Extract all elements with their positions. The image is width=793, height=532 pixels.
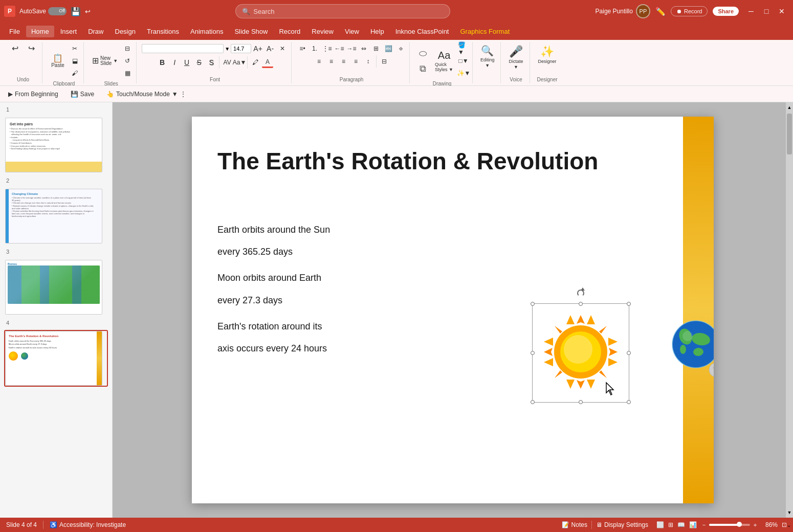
scroll-down-button[interactable]: ▼ (786, 507, 793, 518)
moon-container[interactable] (709, 362, 714, 380)
slide-thumbnail-1[interactable]: Get into pairs • Discuss the cause & eff… (4, 117, 108, 173)
save-icon[interactable]: 💾 (71, 7, 81, 16)
designer-button[interactable]: ✨ Designer (535, 43, 560, 66)
cut-button[interactable]: ✂ (69, 43, 80, 54)
minimize-button[interactable]: ─ (744, 4, 758, 18)
notes-button[interactable]: 📝 Notes (562, 521, 587, 528)
undo-button[interactable]: ↩ (7, 43, 23, 54)
touch-mode-button[interactable]: 👆 Touch/Mouse Mode ▼ ⋮ (102, 89, 190, 99)
menu-file[interactable]: File (4, 26, 25, 37)
line-spacing-button[interactable]: ↕ (363, 56, 374, 67)
redo-button[interactable]: ↪ (24, 43, 39, 54)
accessibility-info[interactable]: ♿ Accessibility: Investigate (50, 521, 126, 528)
zoom-slider[interactable]: － ＋ (701, 521, 758, 529)
char-spacing-button[interactable]: AV (222, 57, 233, 68)
scroll-thumb[interactable] (787, 114, 792, 154)
shape-effects-button[interactable]: ✨▼ (458, 68, 469, 79)
increase-font-button[interactable]: A+ (252, 43, 263, 54)
handle-top-center[interactable] (579, 302, 583, 306)
rotate-handle[interactable] (577, 290, 584, 297)
reading-view-button[interactable]: 📖 (677, 521, 685, 528)
new-slide-button[interactable]: ⊞ NewSlide ▼ (89, 54, 121, 68)
zoom-in-button[interactable]: ＋ (752, 521, 758, 529)
slide-thumbnail-4[interactable]: The Earth's Rotation & Revolution Earth … (4, 330, 108, 387)
copy-button[interactable]: ⬓ (69, 55, 80, 66)
decrease-font-button[interactable]: A- (265, 43, 276, 54)
zoom-thumb[interactable] (737, 522, 742, 527)
arrange-button[interactable]: ⧉ (415, 61, 430, 76)
text-dir-button[interactable]: 🔤 (383, 43, 394, 54)
underline-button[interactable]: U (181, 57, 192, 68)
handle-middle-left[interactable] (531, 351, 535, 355)
section-button[interactable]: ▦ (122, 68, 133, 79)
from-beginning-button[interactable]: ▶ From Beginning (4, 89, 62, 99)
justify-button[interactable]: ≡ (350, 56, 362, 67)
multilevel-button[interactable]: ⋮≡ (321, 43, 333, 54)
canvas-area[interactable]: The Earth's Rotation & Revolution Earth … (113, 102, 793, 518)
smartart-button[interactable]: ⎆ (395, 43, 406, 54)
save-button[interactable]: 💾 Save (67, 89, 98, 99)
handle-middle-right[interactable] (627, 351, 631, 355)
menu-graphics-format[interactable]: Graphics Format (455, 26, 515, 37)
sun-container[interactable] (540, 311, 622, 395)
columns-button[interactable]: ⊟ (379, 56, 390, 67)
handle-bottom-left[interactable] (531, 400, 535, 404)
handle-bottom-right[interactable] (627, 400, 631, 404)
autosave-toggle[interactable] (48, 7, 67, 15)
zoom-out-button[interactable]: － (701, 521, 707, 529)
share-button[interactable]: Share (713, 7, 739, 16)
indent-dec-button[interactable]: ←≡ (334, 43, 345, 54)
rtl-button[interactable]: ⇔ (358, 43, 369, 54)
menu-transitions[interactable]: Transitions (142, 26, 184, 37)
column-button[interactable]: ⊞ (370, 43, 382, 54)
menu-home[interactable]: Home (26, 26, 54, 37)
earth-container[interactable] (670, 319, 714, 372)
slide-title[interactable]: The Earth's Rotation & Revolution (217, 147, 598, 175)
menu-view[interactable]: View (340, 26, 364, 37)
vertical-scrollbar[interactable]: ▲ ▼ (786, 102, 793, 518)
menu-review[interactable]: Review (306, 26, 339, 37)
menu-draw[interactable]: Draw (83, 26, 108, 37)
menu-insert[interactable]: Insert (55, 26, 82, 37)
menu-animations[interactable]: Animations (185, 26, 228, 37)
align-center-button[interactable]: ≡ (326, 56, 337, 67)
bold-button[interactable]: B (157, 57, 168, 68)
maximize-button[interactable]: □ (759, 4, 774, 18)
menu-record[interactable]: Record (274, 26, 305, 37)
display-settings-button[interactable]: 🖥 Display Settings (596, 521, 648, 528)
menu-slideshow[interactable]: Slide Show (229, 26, 273, 37)
menu-design[interactable]: Design (110, 26, 141, 37)
dictate-button[interactable]: 🎤 Dictate ▼ (506, 43, 526, 72)
strikethrough-button[interactable]: S (193, 57, 205, 68)
handle-bottom-center[interactable] (579, 400, 583, 404)
paste-button[interactable]: 📋 Paste (48, 52, 68, 70)
record-button[interactable]: ⏺ Record (671, 6, 708, 16)
presenter-view-button[interactable]: 📊 (689, 521, 697, 528)
reset-button[interactable]: ↺ (122, 55, 133, 66)
align-right-button[interactable]: ≡ (338, 56, 349, 67)
menu-classpoint[interactable]: Inknoe ClassPoint (390, 26, 454, 37)
font-name-input[interactable] (142, 44, 224, 53)
slide-thumbnail-2[interactable]: Changing Climate • Climate is the averag… (4, 188, 108, 245)
text-highlight-button[interactable]: 🖍 (250, 57, 261, 68)
slide-sorter-button[interactable]: ⊞ (668, 521, 673, 528)
shape-fill-button[interactable]: 🪣▼ (458, 43, 469, 54)
layout-button[interactable]: ⊟ (122, 43, 133, 54)
scroll-up-button[interactable]: ▲ (786, 102, 793, 113)
slide-thumbnail-3[interactable]: Biomes (4, 259, 108, 316)
undo-quick-icon[interactable]: ↩ (85, 8, 91, 15)
shadow-button[interactable]: S (206, 57, 217, 68)
quick-styles-button[interactable]: Aa QuickStyles ▼ (432, 48, 456, 74)
close-button[interactable]: ✕ (775, 4, 789, 18)
italic-button[interactable]: I (169, 57, 180, 68)
font-dropdown-icon[interactable]: ▼ (225, 46, 230, 52)
collapse-ribbon-button[interactable]: ⌄ (787, 522, 791, 528)
format-painter-button[interactable]: 🖌 (69, 68, 80, 79)
editing-button[interactable]: 🔍 Editing ▼ (478, 43, 497, 70)
search-bar[interactable]: 🔍 Search (235, 4, 450, 18)
font-color-button[interactable]: A (262, 57, 273, 68)
indent-inc-button[interactable]: →≡ (346, 43, 357, 54)
fit-window-button[interactable]: ⊡ (782, 521, 787, 528)
slide-canvas[interactable]: The Earth's Rotation & Revolution Earth … (192, 117, 714, 503)
shape-outline-button[interactable]: □▼ (458, 55, 469, 66)
